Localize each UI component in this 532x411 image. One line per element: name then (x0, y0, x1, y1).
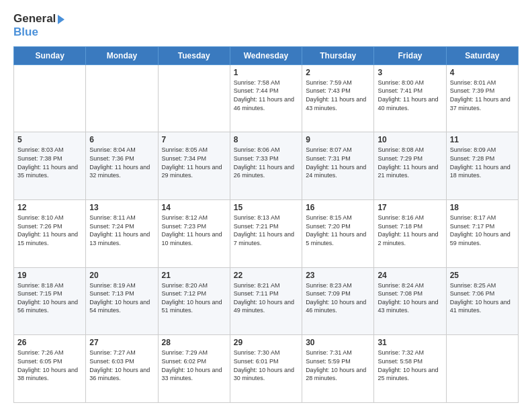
calendar-cell (446, 335, 518, 403)
day-info: Sunrise: 8:20 AMSunset: 7:12 PMDaylight:… (162, 281, 226, 315)
logo: General Blue (13, 12, 64, 40)
day-info: Sunrise: 7:58 AMSunset: 7:44 PMDaylight:… (234, 79, 298, 112)
calendar-cell: 30Sunrise: 7:31 AMSunset: 5:59 PMDayligh… (302, 335, 374, 403)
weekday-header-monday: Monday (86, 46, 158, 64)
day-info: Sunrise: 7:29 AMSunset: 6:02 PMDaylight:… (162, 349, 226, 382)
day-number: 1 (234, 68, 298, 77)
logo-general: General (13, 12, 64, 26)
calendar-cell: 3Sunrise: 8:00 AMSunset: 7:41 PMDaylight… (374, 64, 446, 132)
day-info: Sunrise: 7:32 AMSunset: 5:58 PMDaylight:… (378, 349, 442, 382)
day-info: Sunrise: 8:13 AMSunset: 7:21 PMDaylight:… (234, 214, 298, 247)
page: General Blue SundayMondayTuesdayWednesda… (0, 0, 532, 411)
calendar-row-0: 1Sunrise: 7:58 AMSunset: 7:44 PMDaylight… (14, 64, 519, 132)
day-number: 5 (17, 135, 82, 144)
day-number: 9 (306, 135, 370, 144)
weekday-header-sunday: Sunday (14, 46, 86, 64)
calendar-cell (86, 64, 158, 132)
calendar-cell: 27Sunrise: 7:27 AMSunset: 6:03 PMDayligh… (86, 335, 158, 403)
day-number: 27 (89, 338, 154, 347)
calendar-row-3: 19Sunrise: 8:18 AMSunset: 7:15 PMDayligh… (14, 267, 519, 335)
calendar-cell: 4Sunrise: 8:01 AMSunset: 7:39 PMDaylight… (446, 64, 518, 132)
day-number: 14 (162, 203, 226, 212)
calendar-row-1: 5Sunrise: 8:03 AMSunset: 7:38 PMDaylight… (14, 132, 519, 200)
day-info: Sunrise: 8:00 AMSunset: 7:41 PMDaylight:… (378, 79, 442, 112)
calendar-cell: 8Sunrise: 8:06 AMSunset: 7:33 PMDaylight… (230, 132, 302, 200)
day-number: 18 (450, 203, 515, 212)
calendar-cell: 19Sunrise: 8:18 AMSunset: 7:15 PMDayligh… (14, 267, 86, 335)
header: General Blue (13, 12, 519, 40)
day-info: Sunrise: 8:21 AMSunset: 7:11 PMDaylight:… (234, 281, 298, 315)
day-number: 20 (89, 271, 154, 280)
weekday-header-tuesday: Tuesday (158, 46, 230, 64)
calendar-cell: 1Sunrise: 7:58 AMSunset: 7:44 PMDaylight… (230, 64, 302, 132)
day-number: 8 (234, 135, 298, 144)
day-info: Sunrise: 8:06 AMSunset: 7:33 PMDaylight:… (234, 146, 298, 179)
weekday-header-thursday: Thursday (302, 46, 374, 64)
weekday-header-wednesday: Wednesday (230, 46, 302, 64)
day-info: Sunrise: 8:24 AMSunset: 7:08 PMDaylight:… (378, 281, 442, 315)
day-number: 24 (378, 271, 442, 280)
day-info: Sunrise: 7:31 AMSunset: 5:59 PMDaylight:… (306, 349, 370, 382)
logo-text: General Blue (13, 12, 64, 40)
calendar-cell: 12Sunrise: 8:10 AMSunset: 7:26 PMDayligh… (14, 200, 86, 268)
day-number: 23 (306, 271, 370, 280)
day-number: 29 (234, 338, 298, 347)
day-info: Sunrise: 8:15 AMSunset: 7:20 PMDaylight:… (306, 214, 370, 247)
day-info: Sunrise: 8:10 AMSunset: 7:26 PMDaylight:… (17, 214, 82, 247)
calendar-cell: 13Sunrise: 8:11 AMSunset: 7:24 PMDayligh… (86, 200, 158, 268)
day-number: 17 (378, 203, 442, 212)
calendar-cell: 26Sunrise: 7:26 AMSunset: 6:05 PMDayligh… (14, 335, 86, 403)
day-number: 21 (162, 271, 226, 280)
day-number: 25 (450, 271, 515, 280)
calendar-cell: 14Sunrise: 8:12 AMSunset: 7:23 PMDayligh… (158, 200, 230, 268)
day-info: Sunrise: 8:16 AMSunset: 7:18 PMDaylight:… (378, 214, 442, 247)
day-info: Sunrise: 7:26 AMSunset: 6:05 PMDaylight:… (17, 349, 82, 382)
day-number: 26 (17, 338, 82, 347)
calendar-cell: 23Sunrise: 8:23 AMSunset: 7:09 PMDayligh… (302, 267, 374, 335)
weekday-header-row: SundayMondayTuesdayWednesdayThursdayFrid… (14, 46, 519, 64)
day-number: 15 (234, 203, 298, 212)
day-info: Sunrise: 8:17 AMSunset: 7:17 PMDaylight:… (450, 214, 515, 247)
logo-blue: Blue (13, 26, 64, 39)
day-info: Sunrise: 8:07 AMSunset: 7:31 PMDaylight:… (306, 146, 370, 179)
calendar-cell: 18Sunrise: 8:17 AMSunset: 7:17 PMDayligh… (446, 200, 518, 268)
calendar-cell (158, 64, 230, 132)
calendar-cell: 7Sunrise: 8:05 AMSunset: 7:34 PMDaylight… (158, 132, 230, 200)
calendar-cell: 5Sunrise: 8:03 AMSunset: 7:38 PMDaylight… (14, 132, 86, 200)
calendar-cell: 15Sunrise: 8:13 AMSunset: 7:21 PMDayligh… (230, 200, 302, 268)
day-number: 6 (89, 135, 154, 144)
day-info: Sunrise: 8:25 AMSunset: 7:06 PMDaylight:… (450, 281, 515, 315)
calendar-cell: 10Sunrise: 8:08 AMSunset: 7:29 PMDayligh… (374, 132, 446, 200)
calendar-cell: 24Sunrise: 8:24 AMSunset: 7:08 PMDayligh… (374, 267, 446, 335)
calendar-cell: 6Sunrise: 8:04 AMSunset: 7:36 PMDaylight… (86, 132, 158, 200)
calendar-cell: 2Sunrise: 7:59 AMSunset: 7:43 PMDaylight… (302, 64, 374, 132)
day-info: Sunrise: 8:19 AMSunset: 7:13 PMDaylight:… (89, 281, 154, 315)
calendar-cell: 17Sunrise: 8:16 AMSunset: 7:18 PMDayligh… (374, 200, 446, 268)
day-number: 28 (162, 338, 226, 347)
calendar-cell: 11Sunrise: 8:09 AMSunset: 7:28 PMDayligh… (446, 132, 518, 200)
day-number: 13 (89, 203, 154, 212)
day-number: 4 (450, 68, 515, 77)
calendar-cell: 16Sunrise: 8:15 AMSunset: 7:20 PMDayligh… (302, 200, 374, 268)
calendar-cell: 28Sunrise: 7:29 AMSunset: 6:02 PMDayligh… (158, 335, 230, 403)
day-info: Sunrise: 8:04 AMSunset: 7:36 PMDaylight:… (89, 146, 154, 179)
day-info: Sunrise: 7:27 AMSunset: 6:03 PMDaylight:… (89, 349, 154, 382)
day-info: Sunrise: 8:12 AMSunset: 7:23 PMDaylight:… (162, 214, 226, 247)
day-number: 12 (17, 203, 82, 212)
weekday-header-saturday: Saturday (446, 46, 518, 64)
day-number: 19 (17, 271, 82, 280)
calendar-cell: 9Sunrise: 8:07 AMSunset: 7:31 PMDaylight… (302, 132, 374, 200)
day-number: 16 (306, 203, 370, 212)
day-number: 10 (378, 135, 442, 144)
day-info: Sunrise: 8:09 AMSunset: 7:28 PMDaylight:… (450, 146, 515, 179)
calendar-cell: 21Sunrise: 8:20 AMSunset: 7:12 PMDayligh… (158, 267, 230, 335)
day-number: 31 (378, 338, 442, 347)
calendar-cell (14, 64, 86, 132)
day-info: Sunrise: 8:01 AMSunset: 7:39 PMDaylight:… (450, 79, 515, 112)
day-info: Sunrise: 8:11 AMSunset: 7:24 PMDaylight:… (89, 214, 154, 247)
weekday-header-friday: Friday (374, 46, 446, 64)
day-number: 3 (378, 68, 442, 77)
day-info: Sunrise: 7:30 AMSunset: 6:01 PMDaylight:… (234, 349, 298, 382)
day-number: 22 (234, 271, 298, 280)
calendar-row-4: 26Sunrise: 7:26 AMSunset: 6:05 PMDayligh… (14, 335, 519, 403)
